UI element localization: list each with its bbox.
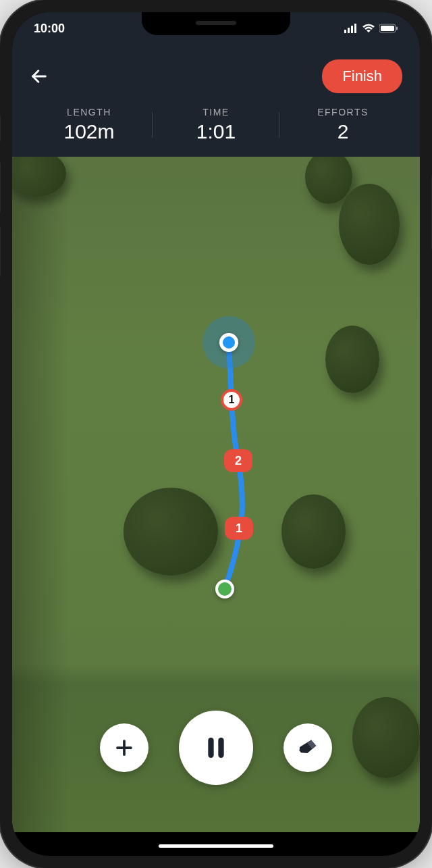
status-indicators bbox=[344, 24, 398, 33]
status-time: 10:00 bbox=[34, 22, 65, 36]
waypoint-label: 2 bbox=[235, 454, 242, 468]
add-button[interactable] bbox=[100, 723, 148, 772]
screen: 10:00 Finish LENGTH 102m TIME bbox=[12, 12, 420, 856]
svg-rect-2 bbox=[351, 26, 353, 33]
side-button bbox=[0, 115, 1, 142]
stat-efforts: EFFORTS 2 bbox=[279, 107, 406, 143]
stat-time-label: TIME bbox=[153, 107, 279, 118]
stat-efforts-label: EFFORTS bbox=[279, 107, 406, 118]
side-button bbox=[0, 162, 1, 213]
waypoint-marker-2[interactable]: 2 bbox=[224, 449, 252, 472]
waypoint-marker-3[interactable]: 1 bbox=[225, 517, 253, 540]
finish-button[interactable]: Finish bbox=[322, 59, 402, 93]
current-location-marker[interactable] bbox=[219, 333, 238, 352]
svg-rect-0 bbox=[344, 30, 346, 33]
svg-rect-6 bbox=[396, 27, 398, 30]
endpoint-marker[interactable] bbox=[215, 580, 234, 598]
stats-row: LENGTH 102m TIME 1:01 EFFORTS 2 bbox=[12, 107, 420, 143]
phone-frame: 10:00 Finish LENGTH 102m TIME bbox=[0, 0, 432, 868]
svg-rect-1 bbox=[348, 28, 350, 33]
stat-length: LENGTH 102m bbox=[26, 107, 153, 143]
stat-efforts-value: 2 bbox=[279, 120, 406, 143]
notch bbox=[142, 12, 290, 35]
stat-length-label: LENGTH bbox=[26, 107, 153, 118]
waypoint-marker-1[interactable]: 1 bbox=[221, 389, 242, 411]
svg-rect-5 bbox=[381, 26, 394, 31]
back-button[interactable] bbox=[30, 63, 57, 90]
stat-time: TIME 1:01 bbox=[153, 107, 279, 143]
home-indicator[interactable] bbox=[159, 844, 273, 848]
waypoint-label: 1 bbox=[236, 521, 242, 536]
stat-time-value: 1:01 bbox=[153, 120, 279, 143]
pause-button[interactable] bbox=[179, 711, 253, 785]
svg-rect-3 bbox=[354, 24, 356, 33]
wifi-icon bbox=[362, 24, 375, 33]
pause-icon bbox=[202, 733, 230, 763]
side-button bbox=[0, 226, 1, 277]
map-view[interactable]: 1 2 1 bbox=[12, 157, 420, 832]
map-controls bbox=[12, 711, 420, 785]
erase-button[interactable] bbox=[284, 723, 332, 772]
stat-length-value: 102m bbox=[26, 120, 153, 143]
waypoint-label: 1 bbox=[229, 394, 235, 406]
svg-rect-11 bbox=[218, 738, 223, 758]
plus-icon bbox=[114, 738, 134, 758]
cellular-icon bbox=[344, 24, 358, 33]
eraser-icon bbox=[297, 737, 319, 759]
battery-icon bbox=[379, 24, 398, 33]
svg-rect-10 bbox=[208, 738, 213, 758]
arrow-left-icon bbox=[30, 67, 49, 86]
